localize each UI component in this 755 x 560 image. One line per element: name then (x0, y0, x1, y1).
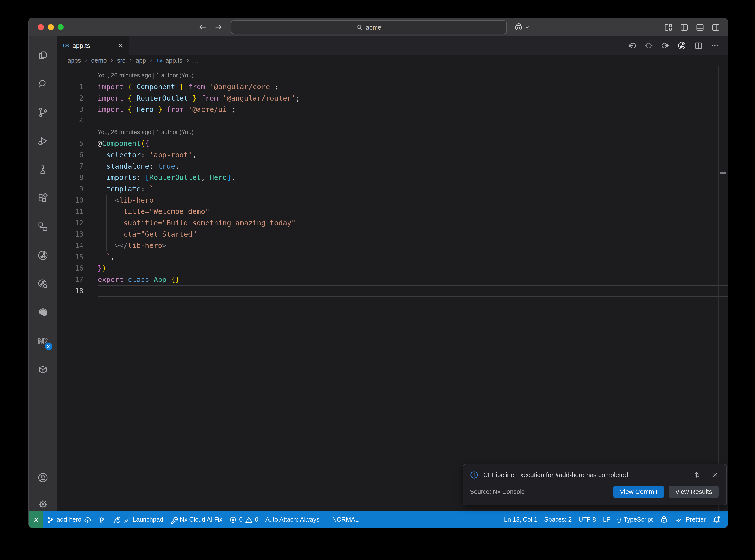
code-line[interactable]: 18 (57, 285, 728, 297)
git-graph-status-item[interactable] (95, 511, 109, 528)
navigate-forward-icon[interactable] (214, 23, 223, 32)
launchpad-status-item[interactable]: Launchpad (109, 511, 167, 528)
prettier-status-item[interactable]: Prettier (671, 511, 709, 528)
notification-settings-gear-icon[interactable] (693, 471, 700, 479)
line-number[interactable]: 3 (57, 104, 98, 115)
code-line-content[interactable]: `, (98, 252, 728, 263)
code-line[interactable]: 17export class App {} (57, 274, 728, 285)
more-actions-icon[interactable] (711, 41, 719, 49)
copilot-status-item[interactable] (656, 511, 671, 528)
code-line[interactable]: 8 imports: [RouterOutlet, Hero], (57, 172, 728, 183)
line-number[interactable]: 6 (57, 149, 98, 161)
breadcrumb-item[interactable]: … (193, 57, 199, 64)
navigate-back-icon[interactable] (198, 23, 207, 32)
nx-cloud-status-item[interactable]: Nx Cloud AI Fix (167, 511, 226, 528)
line-number[interactable]: 12 (57, 217, 98, 229)
code-line-content[interactable]: template: ` (98, 183, 728, 195)
code-line[interactable]: 14 ></lib-hero> (57, 240, 728, 252)
line-number[interactable]: 1 (57, 81, 98, 93)
indentation-status-item[interactable]: Spaces: 2 (541, 511, 575, 528)
notification-close-icon[interactable] (712, 472, 718, 478)
run-debug-icon[interactable] (37, 135, 48, 147)
code-line-content[interactable]: <lib-hero (98, 195, 728, 206)
code-editor[interactable]: You, 26 minutes ago | 1 author (You)1imp… (57, 66, 728, 511)
line-number[interactable]: 16 (57, 263, 98, 274)
line-number[interactable]: 8 (57, 172, 98, 183)
line-number[interactable]: 7 (57, 161, 98, 172)
problems-status-item[interactable]: 0 0 (226, 511, 262, 528)
line-number[interactable]: 11 (57, 206, 98, 217)
code-line-content[interactable]: cta="Get Started" (98, 229, 728, 240)
command-center-search[interactable]: acme (231, 20, 507, 34)
code-line[interactable]: 7 standalone: true, (57, 161, 728, 172)
code-line-content[interactable] (98, 115, 728, 127)
search-sidebar-icon[interactable] (37, 78, 48, 90)
code-line[interactable]: 12 subtitle="Build something amazing tod… (57, 217, 728, 229)
close-tab-icon[interactable] (117, 42, 124, 48)
breadcrumb-item[interactable]: app (136, 57, 146, 64)
code-line-content[interactable]: title="Welcmoe demo" (98, 206, 728, 217)
line-number[interactable]: 13 (57, 229, 98, 240)
account-icon[interactable] (37, 472, 48, 484)
testing-icon[interactable] (37, 164, 48, 176)
auto-attach-status-item[interactable]: Auto Attach: Always (262, 511, 323, 528)
code-line[interactable]: 9 template: ` (57, 183, 728, 195)
code-line-content[interactable]: import { Component } from '@angular/core… (98, 81, 728, 93)
code-line[interactable]: 5@Component({ (57, 138, 728, 149)
nx-console-icon[interactable]: N 2 (37, 335, 48, 347)
code-line-content[interactable]: import { RouterOutlet } from '@angular/r… (98, 93, 728, 104)
customize-layout-icon[interactable] (664, 23, 673, 31)
code-line[interactable]: 1import { Component } from '@angular/cor… (57, 81, 728, 93)
breadcrumb-item[interactable]: src (117, 57, 125, 64)
code-line[interactable]: 3import { Hero } from '@acme/ui'; (57, 104, 728, 115)
toggle-panel-icon[interactable] (696, 23, 704, 31)
code-line[interactable]: 13 cta="Get Started" (57, 229, 728, 240)
language-status-item[interactable]: {} TypeScript (614, 511, 656, 528)
overview-ruler[interactable] (718, 66, 728, 511)
branch-status-item[interactable]: add-hero (43, 511, 95, 528)
code-line[interactable]: 15 `, (57, 252, 728, 263)
breadcrumb-item[interactable]: app.ts (165, 57, 182, 64)
code-line-content[interactable]: ></lib-hero> (98, 240, 728, 252)
line-number[interactable]: 4 (57, 115, 98, 127)
vim-mode-status-item[interactable]: -- NORMAL -- (323, 511, 367, 528)
code-line-content[interactable]: subtitle="Build something amazing today" (98, 217, 728, 229)
nx-workspace-icon[interactable] (37, 221, 48, 233)
code-line-content[interactable]: imports: [RouterOutlet, Hero], (98, 172, 728, 183)
line-number[interactable]: 18 (57, 285, 98, 297)
zoom-window-button[interactable] (58, 24, 64, 30)
nx-graph-action-icon[interactable] (677, 41, 687, 50)
code-line-content[interactable]: standalone: true, (98, 161, 728, 172)
nav-back-circle-icon[interactable] (628, 41, 637, 49)
code-line-content[interactable]: }) (98, 263, 728, 274)
encoding-status-item[interactable]: UTF-8 (575, 511, 600, 528)
code-line[interactable]: 11 title="Welcmoe demo" (57, 206, 728, 217)
line-number[interactable]: 9 (57, 183, 98, 195)
remote-indicator[interactable] (28, 511, 43, 528)
close-window-button[interactable] (38, 24, 44, 30)
minimize-window-button[interactable] (48, 24, 54, 30)
nx-project-details-icon[interactable] (37, 278, 48, 290)
notifications-bell-item[interactable] (709, 511, 724, 528)
split-editor-icon[interactable] (694, 41, 703, 49)
code-line-content[interactable]: @Component({ (98, 138, 728, 149)
nx-project-graph-icon[interactable] (37, 249, 48, 261)
eol-status-item[interactable]: LF (599, 511, 614, 528)
explorer-icon[interactable] (37, 49, 48, 61)
nav-forward-circle-icon[interactable] (661, 41, 669, 49)
code-line[interactable]: 2import { RouterOutlet } from '@angular/… (57, 93, 728, 104)
toggle-primary-sidebar-icon[interactable] (680, 23, 689, 31)
line-number[interactable]: 17 (57, 274, 98, 285)
source-control-icon[interactable] (37, 106, 48, 118)
breadcrumb-item[interactable]: demo (91, 57, 107, 64)
cursor-position-status-item[interactable]: Ln 18, Col 1 (501, 511, 541, 528)
line-number[interactable]: 2 (57, 93, 98, 104)
edge-devtools-icon[interactable] (37, 307, 48, 318)
code-line[interactable]: 10 <lib-hero (57, 195, 728, 206)
breadcrumb-item[interactable]: apps (67, 57, 81, 64)
line-number[interactable]: 14 (57, 240, 98, 252)
code-line-content[interactable]: import { Hero } from '@acme/ui'; (98, 104, 728, 115)
view-results-button[interactable]: View Results (669, 485, 718, 498)
copilot-menu[interactable] (514, 22, 530, 32)
code-line[interactable]: 16}) (57, 263, 728, 274)
